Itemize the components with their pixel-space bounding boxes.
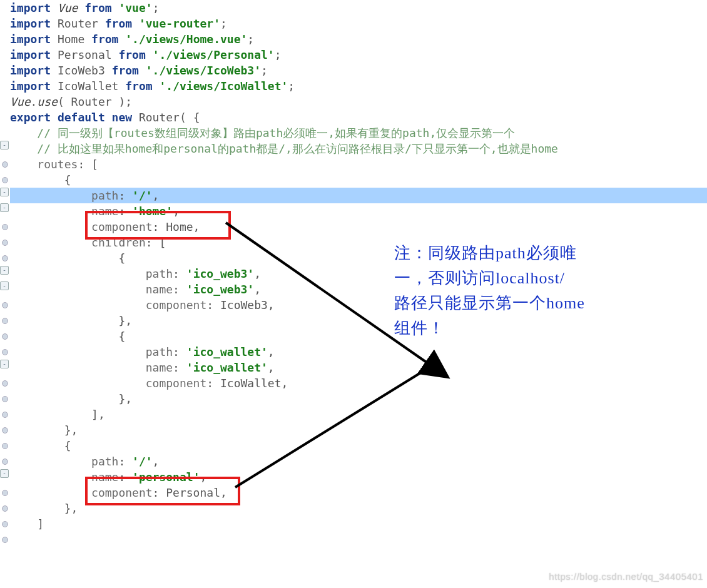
gutter-dot (2, 443, 8, 449)
code-line: component: IcoWallet, (10, 375, 707, 391)
code-line: component: Personal, (10, 485, 707, 500)
gutter-dot (2, 396, 8, 402)
fold-marker[interactable]: - (0, 188, 9, 196)
code-line: path: 'ico_wallet', (10, 344, 707, 360)
code-editor: - - - - - - - import Vue from 'vue';impo… (0, 0, 707, 588)
code-line: ], (10, 407, 707, 422)
gutter-dot (2, 505, 8, 512)
code-line: name: 'ico_web3', (10, 281, 707, 297)
gutter-dot (2, 302, 8, 308)
gutter-dot (2, 521, 8, 527)
code-line: name: 'home', (10, 203, 707, 219)
code-line: import Vue from 'vue'; (10, 0, 707, 16)
gutter-dot (2, 255, 8, 261)
annotation-note-line: 一，否则访问localhost/ (394, 266, 585, 291)
gutter-dot (2, 333, 8, 340)
code-line: name: 'ico_wallet', (10, 360, 707, 375)
gutter-dot (2, 240, 8, 246)
gutter-dot (2, 318, 8, 324)
fold-marker[interactable]: - (0, 141, 9, 150)
annotation-note-line: 路径只能显示第一个home (394, 291, 585, 316)
gutter-dot (2, 224, 8, 230)
code-line: name: 'personal', (10, 469, 707, 485)
code-line: // 同一级别【routes数组同级对象】路由path必须唯一,如果有重复的pa… (10, 125, 707, 141)
code-line: ] (10, 516, 707, 532)
code-line: }, (10, 313, 707, 328)
gutter-dot (2, 459, 8, 465)
fold-marker[interactable]: - (0, 360, 9, 368)
fold-marker[interactable]: - (0, 266, 9, 275)
code-line: path: '/', (10, 454, 707, 469)
gutter-dot (2, 161, 8, 168)
gutter-dot (2, 537, 8, 543)
gutter-dot (2, 412, 8, 418)
code-line: { (10, 250, 707, 266)
code-line: // 比如这里如果home和personal的path都是/,那么在访问路径根目… (10, 141, 707, 156)
gutter-dot (2, 349, 8, 355)
fold-marker[interactable]: - (0, 469, 9, 478)
annotation-note-line: 组件！ (394, 316, 585, 341)
code-line: children: [ (10, 235, 707, 250)
code-line: { (10, 438, 707, 454)
fold-marker[interactable]: - (0, 281, 9, 290)
annotation-note: 注：同级路由path必须唯一，否则访问localhost/路径只能显示第一个ho… (394, 241, 585, 341)
gutter-dot (2, 177, 8, 183)
code-line: export default new Router( { (10, 109, 707, 125)
code-line: import Personal from './views/Personal'; (10, 47, 707, 63)
code-line: import IcoWeb3 from './views/IcoWeb3'; (10, 63, 707, 78)
code-line: Vue.use( Router ); (10, 94, 707, 109)
gutter: - - - - - - - (0, 0, 10, 588)
gutter-dot (2, 427, 8, 433)
code-line: import Router from 'vue-router'; (10, 16, 707, 31)
code-line: }, (10, 422, 707, 438)
fold-marker[interactable]: - (0, 203, 9, 212)
code-area[interactable]: import Vue from 'vue';import Router from… (10, 0, 707, 532)
code-line: component: Home, (10, 219, 707, 235)
code-line: path: 'ico_web3', (10, 266, 707, 281)
gutter-dot (2, 490, 8, 496)
code-line: path: '/', (10, 188, 707, 203)
code-line: import IcoWallet from './views/IcoWallet… (10, 78, 707, 94)
code-line: }, (10, 391, 707, 407)
code-line: }, (10, 500, 707, 516)
code-line: routes: [ (10, 156, 707, 172)
gutter-dot (2, 380, 8, 387)
code-line: import Home from './views/Home.vue'; (10, 31, 707, 47)
code-line: { (10, 328, 707, 344)
watermark: https://blog.csdn.net/qq_34405401 (549, 569, 703, 584)
code-line: { (10, 172, 707, 188)
code-line: component: IcoWeb3, (10, 297, 707, 313)
annotation-note-line: 注：同级路由path必须唯 (394, 241, 585, 266)
